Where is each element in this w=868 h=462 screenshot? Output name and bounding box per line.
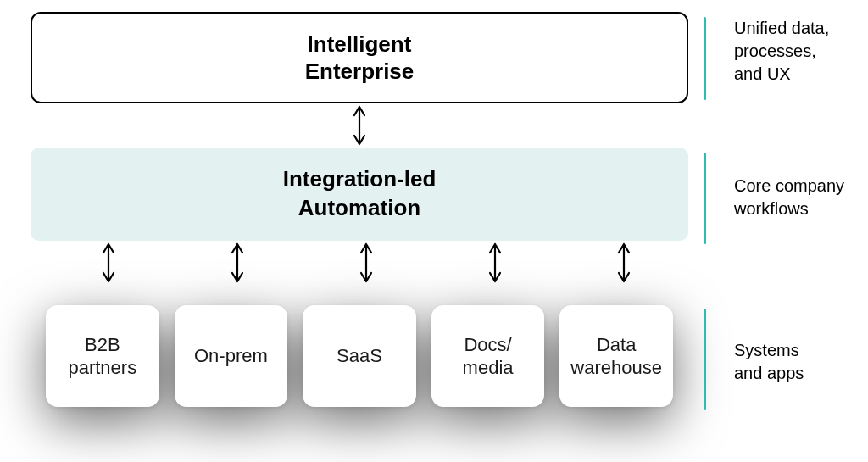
system-card-label: Docs/ (463, 333, 514, 357)
system-card-b2b: B2B partners (46, 305, 159, 407)
layer-mid-title-2: Automation (283, 194, 437, 223)
connector-top-mid (31, 103, 688, 148)
system-card-label: media (463, 356, 514, 380)
system-card-label: On-prem (194, 344, 268, 368)
double-arrow-icon (615, 242, 632, 283)
accent-bar (704, 17, 706, 100)
connector-mid-bottom (31, 241, 688, 285)
side-label-line: workflows (734, 198, 844, 220)
double-arrow-icon (351, 105, 368, 146)
side-labels: Unified data, processes, and UX Core com… (719, 17, 854, 410)
double-arrow-icon (100, 242, 117, 283)
side-label-line: processes, (734, 40, 854, 63)
accent-bar (704, 153, 706, 244)
system-card-label: warehouse (570, 356, 662, 380)
side-label-middle: Core company workflows (719, 153, 854, 244)
system-card-label: partners (68, 356, 136, 380)
side-label-line: Systems (734, 339, 804, 362)
system-card-saas: SaaS (303, 305, 416, 407)
system-card-docs: Docs/ media (431, 305, 545, 407)
double-arrow-icon (358, 242, 375, 283)
system-card-label: Data (570, 333, 662, 357)
system-card-datawarehouse: Data warehouse (559, 305, 673, 407)
side-label-bottom: Systems and apps (719, 309, 854, 410)
layer-top-title-1: Intelligent (305, 31, 415, 58)
system-card-onprem: On-prem (175, 305, 288, 407)
architecture-diagram: Intelligent Enterprise Integration-led A… (31, 12, 688, 427)
double-arrow-icon (487, 242, 504, 283)
side-label-top: Unified data, processes, and UX (719, 17, 854, 100)
side-label-line: and UX (734, 63, 854, 86)
system-card-label: B2B (68, 333, 136, 357)
layer-intelligent-enterprise: Intelligent Enterprise (31, 12, 688, 103)
system-card-label: SaaS (337, 344, 382, 368)
layer-mid-title-1: Integration-led (283, 165, 437, 194)
accent-bar (704, 309, 706, 410)
layer-top-title-2: Enterprise (305, 58, 415, 86)
side-label-line: Unified data, (734, 17, 854, 40)
layer-integration-automation: Integration-led Automation (31, 148, 688, 241)
double-arrow-icon (229, 242, 246, 283)
side-label-line: Core company (734, 175, 844, 198)
side-label-line: and apps (734, 362, 804, 385)
layer-systems-apps: B2B partners On-prem SaaS Docs/ (31, 285, 688, 427)
